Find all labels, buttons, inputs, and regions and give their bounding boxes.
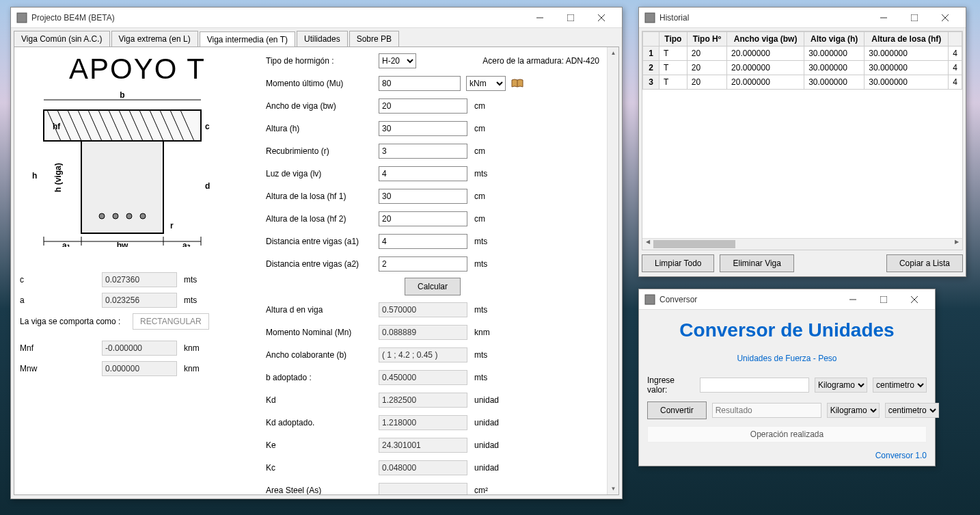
historial-content: Tipo Tipo Hº Ancho viga (bw) Alto viga (… bbox=[639, 28, 966, 276]
table-header-row: Tipo Tipo Hº Ancho viga (bw) Alto viga (… bbox=[643, 32, 962, 47]
as-label: Area Steel (As) bbox=[266, 486, 379, 495]
lv-label: Luz de viga (lv) bbox=[266, 169, 379, 179]
badop-value bbox=[379, 370, 467, 385]
svg-text:hf: hf bbox=[53, 122, 61, 131]
r-unit: cm bbox=[474, 146, 485, 156]
col-tipo[interactable]: Tipo bbox=[659, 32, 688, 47]
col-bw[interactable]: Ancho viga (bw) bbox=[727, 32, 804, 47]
table-row[interactable]: 2T2020.00000030.00000030.0000004 bbox=[643, 61, 962, 75]
r-input[interactable] bbox=[379, 144, 467, 159]
conversor-subtitle: Unidades de Fuerza - Peso bbox=[647, 354, 927, 363]
svg-text:h (viga): h (viga) bbox=[53, 163, 63, 192]
table-row[interactable]: 3T2020.00000030.00000030.0000004 bbox=[643, 75, 962, 90]
hf1-input[interactable] bbox=[379, 189, 467, 204]
as-unit: cm² bbox=[474, 486, 488, 495]
book-icon[interactable] bbox=[511, 79, 523, 88]
table-row[interactable]: 1T2020.00000030.00000030.0000004 bbox=[643, 47, 962, 61]
from-unit2-select[interactable]: centimetro bbox=[873, 378, 927, 393]
historial-buttons: Limpiar Todo Eliminar Viga Copiar a List… bbox=[642, 250, 963, 274]
mn-value bbox=[379, 325, 467, 340]
app-icon bbox=[644, 294, 655, 305]
tab-viga-comun[interactable]: Viga Común (sin A.C.) bbox=[14, 31, 110, 47]
mu-unit-select[interactable]: kNm bbox=[466, 76, 506, 91]
bcol-label: Ancho colaborante (b) bbox=[266, 350, 379, 360]
bw-unit: cm bbox=[474, 101, 485, 111]
horizontal-scrollbar[interactable]: ◀ ▶ bbox=[642, 238, 962, 250]
tab-viga-intermedia[interactable]: Viga intermedia (en T) bbox=[200, 31, 295, 47]
tab-viga-extrema[interactable]: Viga extrema (en L) bbox=[111, 31, 198, 47]
main-content: ▲ ▼ APOYO T b hf c h bbox=[14, 47, 619, 495]
to-unit-select[interactable]: Kilogramo bbox=[827, 403, 880, 418]
d-label: Altura d en viga bbox=[266, 305, 379, 315]
lv-input[interactable] bbox=[379, 166, 467, 181]
svg-point-24 bbox=[140, 213, 146, 219]
tipoH-select[interactable]: H-20 bbox=[379, 53, 416, 68]
h-unit: cm bbox=[474, 124, 485, 133]
historial-titlebar[interactable]: Historial bbox=[639, 8, 966, 28]
mu-input[interactable] bbox=[379, 76, 461, 91]
bcol-unit: mts bbox=[474, 350, 487, 360]
a2-unit: mts bbox=[474, 259, 487, 269]
r-label: Recubrimiento (r) bbox=[266, 146, 379, 156]
col-hf[interactable]: Altura de losa (hf) bbox=[865, 32, 949, 47]
conversor-content: Conversor de Unidades Unidades de Fuerza… bbox=[639, 310, 935, 467]
tab-utilidades[interactable]: Utilidades bbox=[297, 31, 348, 47]
col-tipoH[interactable]: Tipo Hº bbox=[687, 32, 726, 47]
maximize-button[interactable] bbox=[868, 289, 899, 309]
maximize-button[interactable] bbox=[899, 8, 929, 27]
h-label: Altura (h) bbox=[266, 124, 379, 133]
mnw-value bbox=[102, 361, 177, 376]
historial-table[interactable]: Tipo Tipo Hº Ancho viga (bw) Alto viga (… bbox=[642, 31, 962, 90]
hf2-input[interactable] bbox=[379, 211, 467, 226]
scroll-up-icon[interactable]: ▲ bbox=[608, 47, 619, 59]
hf1-label: Altura de la losa (hf 1) bbox=[266, 192, 379, 201]
main-titlebar[interactable]: Projecto BE4M (BETA) bbox=[11, 8, 622, 28]
result-output bbox=[712, 403, 821, 418]
tab-sobre-pb[interactable]: Sobre PB bbox=[349, 31, 399, 47]
input-label: Ingrese valor: bbox=[647, 375, 694, 395]
mnf-label: Mnf bbox=[20, 343, 102, 353]
app-icon bbox=[644, 12, 655, 23]
from-unit-select[interactable]: Kilogramo bbox=[815, 378, 867, 393]
convertir-button[interactable]: Convertir bbox=[647, 401, 707, 419]
close-button[interactable] bbox=[586, 8, 616, 27]
hf2-unit: cm bbox=[474, 214, 485, 224]
calcular-button[interactable]: Calcular bbox=[405, 278, 461, 295]
t-beam-diagram: b hf c h d h (viga) r a₁ bw a₂ bbox=[20, 90, 211, 247]
c-value bbox=[102, 272, 177, 287]
bw-input[interactable] bbox=[379, 98, 467, 114]
scroll-right-icon[interactable]: ▶ bbox=[951, 239, 962, 250]
conversor-window: Conversor Conversor de Unidades Unidades… bbox=[638, 289, 936, 466]
d-value bbox=[379, 302, 467, 317]
a-value bbox=[102, 293, 177, 308]
vertical-scrollbar[interactable]: ▲ ▼ bbox=[607, 47, 618, 494]
scroll-down-icon[interactable]: ▼ bbox=[608, 483, 619, 494]
close-button[interactable] bbox=[899, 289, 929, 309]
eliminar-button[interactable]: Eliminar Viga bbox=[720, 254, 793, 272]
maximize-button[interactable] bbox=[555, 8, 586, 27]
conversor-heading: Conversor de Unidades bbox=[647, 319, 927, 341]
close-button[interactable] bbox=[929, 8, 960, 27]
minimize-button[interactable] bbox=[524, 8, 555, 27]
hf1-unit: cm bbox=[474, 192, 485, 201]
ke-value bbox=[379, 438, 467, 453]
limpiar-button[interactable]: Limpiar Todo bbox=[642, 254, 714, 272]
to-unit2-select[interactable]: centimetro bbox=[885, 403, 939, 418]
value-input[interactable] bbox=[700, 378, 809, 393]
copiar-button[interactable]: Copiar a Lista bbox=[886, 254, 963, 272]
mn-unit: knm bbox=[474, 328, 490, 337]
a-label: a bbox=[20, 295, 102, 305]
a1-input[interactable] bbox=[379, 234, 467, 249]
scroll-left-icon[interactable]: ◀ bbox=[642, 239, 653, 250]
scroll-thumb[interactable] bbox=[653, 240, 735, 248]
minimize-button[interactable] bbox=[837, 289, 868, 309]
bcol-value bbox=[379, 347, 467, 362]
kc-unit: unidad bbox=[474, 463, 499, 473]
a2-input[interactable] bbox=[379, 256, 467, 272]
svg-rect-2 bbox=[567, 14, 574, 21]
conversor-titlebar[interactable]: Conversor bbox=[639, 289, 935, 310]
col-h[interactable]: Alto viga (h) bbox=[804, 32, 865, 47]
minimize-button[interactable] bbox=[868, 8, 899, 27]
lv-unit: mts bbox=[474, 169, 487, 179]
h-input[interactable] bbox=[379, 121, 467, 136]
